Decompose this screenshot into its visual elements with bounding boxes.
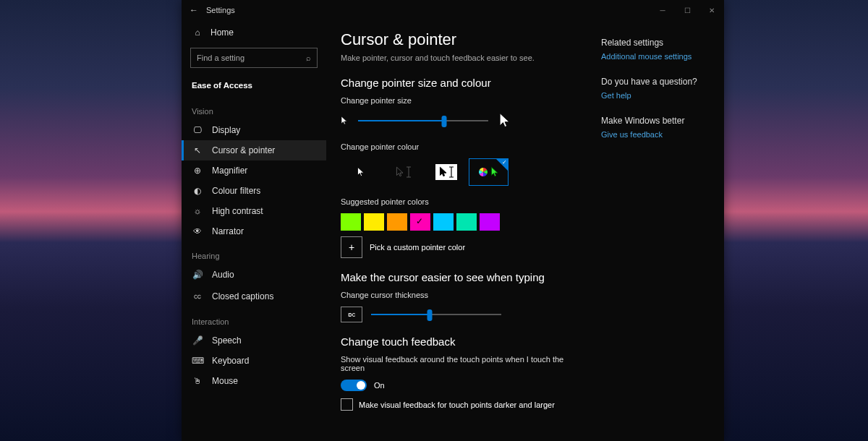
color-swatch[interactable]	[387, 213, 407, 231]
cursor-thickness-slider[interactable]	[371, 308, 501, 321]
narrator-icon: 👁	[192, 226, 203, 236]
sidebar-group-label: Hearing	[182, 241, 326, 265]
sidebar-item-audio[interactable]: 🔊Audio	[182, 265, 326, 285]
pointer-colour-option-inverted[interactable]	[426, 158, 466, 186]
sidebar-item-label: Audio	[212, 270, 234, 280]
sidebar-item-label: High contrast	[212, 206, 263, 216]
sidebar-item-mouse[interactable]: 🖱Mouse	[182, 371, 326, 391]
sidebar-item-speech[interactable]: 🎤Speech	[182, 330, 326, 351]
highcontrast-icon: ☼	[192, 206, 203, 216]
search-icon: ⌕	[306, 53, 311, 62]
app-title: Settings	[202, 6, 235, 14]
settings-window: ← Settings ─ ☐ ✕ ⌂ Home Find a setting ⌕…	[182, 0, 724, 441]
heading-size-colour: Change pointer size and colour	[341, 77, 587, 89]
label-pointer-size: Change pointer size	[341, 96, 587, 105]
titlebar: ← Settings ─ ☐ ✕	[182, 0, 724, 20]
label-pointer-colour: Change pointer colour	[341, 142, 587, 151]
content-pane: Cursor & pointer Make pointer, cursor an…	[326, 20, 601, 441]
home-label: Home	[210, 27, 234, 38]
cursor-icon: ↖	[192, 145, 203, 155]
heading-cursor-typing: Make the cursor easier to see when typin…	[341, 271, 587, 283]
color-swatch[interactable]	[341, 213, 361, 231]
sidebar: ⌂ Home Find a setting ⌕ Ease of Access V…	[182, 20, 326, 441]
darker-larger-checkbox[interactable]	[341, 398, 353, 411]
darker-larger-label: Make visual feedback for touch points da…	[359, 401, 555, 409]
aside-pane: Related settings Additional mouse settin…	[601, 20, 724, 441]
sidebar-item-narrator[interactable]: 👁Narrator	[182, 221, 326, 241]
color-swatch[interactable]	[364, 213, 384, 231]
question-heading: Do you have a question?	[601, 77, 717, 87]
page-caption: Make pointer, cursor and touch feedback …	[341, 53, 587, 62]
feedback-heading: Make Windows better	[601, 116, 717, 126]
sidebar-item-keyboard[interactable]: ⌨Keyboard	[182, 351, 326, 371]
color-swatch[interactable]	[480, 213, 500, 231]
sidebar-item-label: Magnifier	[212, 166, 247, 176]
sidebar-group-label: Interaction	[182, 307, 326, 330]
sidebar-item-label: Narrator	[212, 226, 244, 236]
touch-feedback-toggle[interactable]	[341, 380, 367, 391]
label-suggested-colors: Suggested pointer colors	[341, 197, 587, 206]
give-feedback-link[interactable]: Give us feedback	[601, 130, 717, 139]
home-link[interactable]: ⌂ Home	[182, 23, 326, 42]
sidebar-item-display[interactable]: 🖵Display	[182, 120, 326, 140]
speech-icon: 🎤	[192, 335, 203, 346]
sidebar-item-label: Closed captions	[212, 291, 273, 301]
sidebar-item-label: Colour filters	[212, 186, 260, 196]
sidebar-group-label: Vision	[182, 97, 326, 120]
maximize-button[interactable]: ☐	[675, 0, 699, 20]
related-heading: Related settings	[601, 38, 717, 48]
label-cursor-thickness: Change cursor thickness	[341, 291, 587, 299]
toggle-state-label: On	[374, 381, 385, 390]
cursor-small-icon	[341, 116, 348, 126]
sidebar-item-label: Display	[212, 125, 240, 135]
page-title: Cursor & pointer	[341, 30, 587, 49]
breadcrumb: Ease of Access	[182, 74, 326, 97]
pointer-colour-option-custom[interactable]	[469, 158, 509, 186]
keyboard-icon: ⌨	[192, 356, 203, 366]
cc-icon: ㏄	[192, 290, 203, 302]
mouse-icon: 🖱	[192, 376, 203, 386]
pick-custom-color-button[interactable]: +	[341, 236, 362, 258]
close-button[interactable]: ✕	[699, 0, 724, 20]
heading-touch-feedback: Change touch feedback	[341, 335, 587, 348]
search-input[interactable]: Find a setting ⌕	[190, 48, 318, 68]
cursor-large-icon	[498, 112, 511, 129]
search-placeholder: Find a setting	[197, 53, 244, 62]
display-icon: 🖵	[192, 125, 203, 135]
label-touch-feedback: Show visual feedback around the touch po…	[341, 355, 587, 372]
sidebar-item-magnifier[interactable]: ⊕Magnifier	[182, 160, 326, 181]
minimize-button[interactable]: ─	[650, 0, 675, 20]
sidebar-item-high-contrast[interactable]: ☼High contrast	[182, 201, 326, 221]
color-swatch[interactable]	[433, 213, 454, 231]
color-swatch[interactable]: ✓	[410, 213, 430, 231]
sidebar-item-cursor-pointer[interactable]: ↖Cursor & pointer	[182, 140, 326, 160]
sidebar-item-label: Cursor & pointer	[212, 145, 275, 155]
pointer-size-slider[interactable]	[358, 114, 488, 127]
sidebar-item-label: Mouse	[212, 376, 238, 386]
additional-mouse-settings-link[interactable]: Additional mouse settings	[601, 52, 717, 61]
get-help-link[interactable]: Get help	[601, 91, 717, 100]
sidebar-item-label: Keyboard	[212, 356, 249, 366]
audio-icon: 🔊	[192, 270, 203, 280]
home-icon: ⌂	[192, 27, 203, 38]
sidebar-item-colour-filters[interactable]: ◐Colour filters	[182, 181, 326, 201]
color-swatch[interactable]	[456, 213, 477, 231]
back-button[interactable]: ←	[186, 5, 202, 15]
sidebar-item-closed-captions[interactable]: ㏄Closed captions	[182, 285, 326, 307]
pointer-colour-option-black[interactable]	[383, 158, 423, 186]
pointer-colour-option-white[interactable]	[341, 158, 380, 186]
pick-custom-color-label: Pick a custom pointer color	[370, 243, 465, 252]
cursor-thickness-preview: ɒc	[341, 307, 362, 322]
magnifier-icon: ⊕	[192, 166, 203, 176]
sidebar-item-label: Speech	[212, 335, 242, 346]
colourfilters-icon: ◐	[192, 186, 203, 196]
